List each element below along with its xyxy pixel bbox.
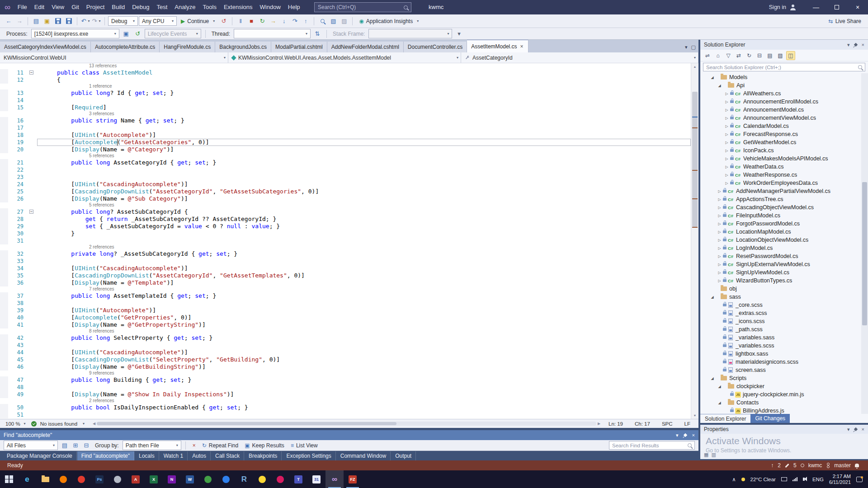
scroll-right-icon[interactable]: ▶: [598, 422, 600, 426]
display-tray-icon[interactable]: [781, 477, 787, 481]
start-button[interactable]: [0, 470, 18, 488]
tree-item[interactable]: ▷C#FileInputModel.cs: [700, 211, 861, 220]
collapsed-icon[interactable]: ▷: [717, 214, 722, 218]
codelens-references[interactable]: 5 references: [0, 202, 691, 208]
scrollbar-thumb[interactable]: [692, 92, 698, 227]
code-line[interactable]: 34 [UIHint("CascadingAutocomplete")]: [0, 265, 691, 272]
undo-icon[interactable]: ↶▾: [80, 16, 90, 26]
diagnostics-icon[interactable]: ▨: [339, 16, 349, 26]
navigate-backward-icon[interactable]: ←: [4, 16, 14, 26]
tree-item[interactable]: ▷C#LocationMapModel.cs: [700, 228, 861, 236]
list-view-button[interactable]: ≡List View: [288, 441, 321, 450]
code-line[interactable]: 40 [Autocomplete("GetProperties", 0)]: [0, 314, 691, 321]
minimize-button[interactable]: —: [806, 0, 826, 14]
code-line[interactable]: 21 public long AssetCategoryId { get; se…: [0, 159, 691, 166]
outgoing-commits-icon[interactable]: ↑: [771, 462, 774, 469]
collapsed-icon[interactable]: ▷: [717, 238, 722, 242]
taskbar-file-explorer[interactable]: [36, 470, 54, 488]
code-line[interactable]: 44 [UIHint("CascadingAutocomplete")]: [0, 349, 691, 356]
scroll-left-icon[interactable]: ◀: [93, 422, 95, 426]
code-line[interactable]: 48: [0, 384, 691, 391]
scrollbar-thumb[interactable]: [862, 182, 867, 325]
codelens-references[interactable]: 8 references: [0, 328, 691, 334]
code-line[interactable]: 50 public bool IsDailyInspectionEnabled …: [0, 404, 691, 411]
collapse-region-icon[interactable]: −: [29, 70, 33, 75]
toolbar-overflow-icon[interactable]: ▾: [454, 29, 464, 39]
taskbar-rstudio[interactable]: R: [235, 470, 253, 488]
process-dropdown[interactable]: [15240] iisexpress.exe▾: [31, 29, 119, 38]
stack-frame-dropdown[interactable]: ▾: [368, 29, 452, 38]
code-line[interactable]: 35 [CascadingDropDownList("AssetCategory…: [0, 272, 691, 279]
menu-test[interactable]: Test: [153, 0, 171, 14]
menu-git[interactable]: Git: [68, 0, 83, 14]
save-all-icon[interactable]: [64, 16, 74, 26]
collapse-all-icon[interactable]: ⊟: [755, 51, 764, 60]
tree-item[interactable]: ◢Models: [700, 73, 861, 81]
clock[interactable]: 2:17 AM 6/11/2021: [829, 474, 851, 485]
tree-item[interactable]: ◢Contacts: [700, 399, 861, 407]
stop-debugging-icon[interactable]: ■: [246, 16, 256, 26]
step-out-icon[interactable]: ↑: [301, 16, 311, 26]
pin-icon[interactable]: [854, 427, 857, 431]
window-position-icon[interactable]: ▾: [847, 427, 850, 432]
flag-thread-icon[interactable]: ⇅: [312, 29, 322, 39]
tree-item[interactable]: ▷C#ResetPasswordModel.cs: [700, 252, 861, 260]
code-line[interactable]: 25 [CascadingDropDownList("AssetCategory…: [0, 188, 691, 195]
tree-item[interactable]: lightbox.sass: [700, 350, 861, 358]
preview-selected-items-icon[interactable]: ◫: [786, 51, 795, 60]
solution-explorer-search-box[interactable]: Search Solution Explorer (Ctrl+;): [703, 63, 865, 71]
tool-tab-watch-1[interactable]: Watch 1: [160, 451, 188, 460]
tree-item[interactable]: ▷C#WeatherData.cs: [700, 163, 861, 171]
code-line[interactable]: 51: [0, 411, 691, 418]
expanded-icon[interactable]: ◢: [709, 376, 715, 380]
expanded-icon[interactable]: ◢: [717, 385, 722, 389]
codelens-references[interactable]: 3 references: [0, 111, 691, 117]
find-results-search-box[interactable]: Search Find Results: [609, 441, 695, 450]
repeat-find-button[interactable]: ↻Repeat Find: [199, 441, 241, 450]
close-icon[interactable]: ×: [520, 40, 524, 53]
collapsed-icon[interactable]: ▷: [724, 149, 730, 153]
tree-item[interactable]: _core.scss: [700, 301, 861, 309]
tool-tab-command-window[interactable]: Command Window: [336, 451, 391, 460]
code-line[interactable]: 42 public long SelectProperty { get; set…: [0, 334, 691, 342]
collapsed-icon[interactable]: ▷: [724, 92, 730, 96]
group-by-dropdown[interactable]: Path then File ▾: [123, 441, 181, 450]
collapsed-icon[interactable]: ▷: [724, 157, 730, 161]
taskbar-calendar[interactable]: 31: [307, 470, 326, 488]
scroll-up-icon[interactable]: ▲: [691, 63, 698, 70]
close-icon[interactable]: ×: [862, 427, 864, 432]
taskbar-access[interactable]: A: [127, 470, 145, 488]
collapsed-icon[interactable]: ▷: [724, 116, 730, 120]
taskbar-app-blue[interactable]: [217, 470, 235, 488]
code-line[interactable]: 28 get { return _AssetSubCategoryId ?? A…: [0, 216, 691, 223]
sync-with-active-document-icon[interactable]: ⇄: [734, 51, 743, 60]
collapsed-icon[interactable]: ▷: [724, 173, 730, 177]
panel-tab-git-changes[interactable]: Git Changes: [750, 414, 790, 423]
code-line[interactable]: 49 [Display(Name = @"Show In Daily Inspe…: [0, 391, 691, 398]
tree-item[interactable]: ▷C#AnnouncementViewModel.cs: [700, 114, 861, 122]
code-line[interactable]: 37 public long AssetTemplateId { get; se…: [0, 292, 691, 300]
pin-icon[interactable]: [854, 43, 857, 47]
navigate-forward-icon[interactable]: →: [14, 16, 24, 26]
health-options-icon[interactable]: ▾: [83, 422, 85, 426]
collapsed-icon[interactable]: ▷: [717, 254, 722, 258]
expanded-icon[interactable]: ◢: [709, 75, 715, 80]
code-editor[interactable]: 13 references11−public class AssetItemMo…: [0, 63, 698, 419]
show-next-statement-icon[interactable]: →: [268, 16, 278, 26]
taskbar-photoshop[interactable]: Ps: [90, 470, 108, 488]
tree-item[interactable]: screen.sass: [700, 366, 861, 374]
tray-expand-icon[interactable]: ∧: [732, 476, 736, 483]
tree-item[interactable]: _path.scss: [700, 325, 861, 333]
close-icon[interactable]: ×: [862, 42, 864, 47]
zoom-dropdown[interactable]: 100 % ▾: [4, 421, 28, 427]
live-share-button[interactable]: ⇆Live Share: [826, 16, 864, 26]
expanded-icon[interactable]: ◢: [717, 84, 722, 88]
branch-icon[interactable]: [826, 463, 830, 468]
scroll-down-icon[interactable]: ▼: [691, 412, 698, 419]
taskbar-app-gray[interactable]: [108, 470, 127, 488]
language-indicator[interactable]: ENG: [812, 477, 824, 482]
tree-item[interactable]: _icons.scss: [700, 317, 861, 325]
taskbar-word[interactable]: W: [181, 470, 199, 488]
taskbar-excel[interactable]: X: [145, 470, 163, 488]
menu-build[interactable]: Build: [108, 0, 128, 14]
